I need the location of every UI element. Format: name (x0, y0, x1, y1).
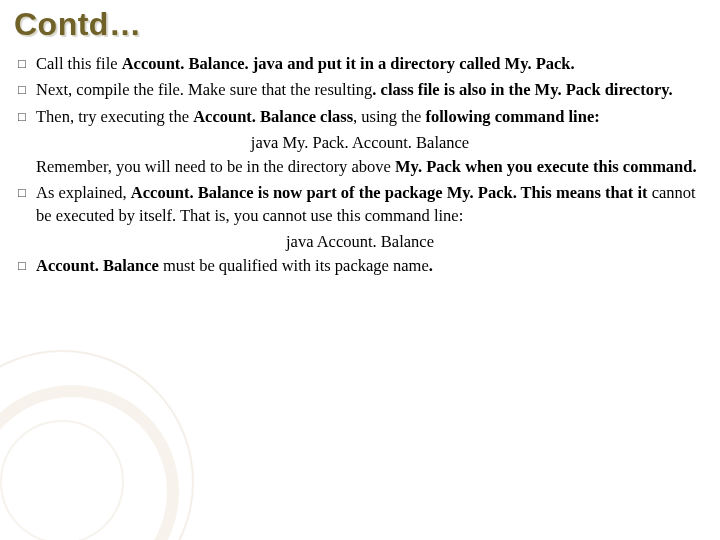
text-bold: My. Pack when you execute this command. (395, 157, 697, 176)
bullet-1: Call this file Account. Balance. java an… (14, 53, 706, 75)
text-bold: following command line: (426, 107, 600, 126)
slide-body: Call this file Account. Balance. java an… (14, 53, 706, 277)
slide: Contd… Call this file Account. Balance. … (0, 0, 720, 540)
text-bold: . (429, 256, 433, 275)
text-bold: Account. Balance is now part of the pack… (131, 183, 652, 202)
text: Next, compile the file. Make sure that t… (36, 80, 372, 99)
bullet-5: Account. Balance must be qualified with … (14, 255, 706, 277)
text-bold: Account. Balance. java and put it in a d… (122, 54, 575, 73)
text-bold: Account. Balance (36, 256, 159, 275)
text: Call this file (36, 54, 122, 73)
slide-title: Contd… (14, 6, 706, 43)
text: must be qualified with its package name (159, 256, 429, 275)
bullet-2: Next, compile the file. Make sure that t… (14, 79, 706, 101)
command-line-2: java Account. Balance (14, 231, 706, 253)
command-line-1: java My. Pack. Account. Balance (14, 132, 706, 154)
bullet-3-continued: Remember, you will need to be in the dir… (14, 156, 706, 178)
text: Then, try executing the (36, 107, 193, 126)
bullet-3: Then, try executing the Account. Balance… (14, 106, 706, 128)
text: , using the (353, 107, 425, 126)
bullet-4: As explained, Account. Balance is now pa… (14, 182, 706, 227)
text-bold: . class file is also in the My. Pack dir… (372, 80, 672, 99)
text-bold: Account. Balance class (193, 107, 353, 126)
text: As explained, (36, 183, 131, 202)
text: Remember, you will need to be in the dir… (36, 157, 395, 176)
